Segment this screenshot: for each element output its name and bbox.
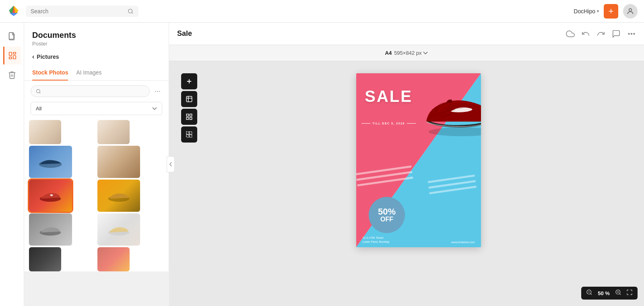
svg-rect-3 bbox=[9, 33, 13, 39]
zoom-bar: 50 % bbox=[581, 287, 638, 300]
add-button[interactable]: + bbox=[604, 4, 618, 19]
list-item[interactable] bbox=[29, 146, 72, 178]
sidebar-search-row: shoes ··· bbox=[24, 81, 169, 102]
thumb-content bbox=[29, 120, 61, 144]
thumb-content bbox=[97, 120, 130, 144]
zoom-out-button[interactable] bbox=[586, 289, 592, 297]
poster-container[interactable]: SALE TILL DEC 5, 2020 bbox=[356, 73, 481, 247]
dochipo-label: DocHipo bbox=[574, 8, 595, 14]
float-tools bbox=[181, 73, 197, 143]
select-tool[interactable] bbox=[181, 126, 197, 143]
list-item[interactable] bbox=[29, 247, 61, 271]
canvas-size-dropdown[interactable]: 595×842 px bbox=[394, 50, 428, 56]
cloud-save-icon[interactable] bbox=[566, 29, 575, 38]
poster-shoe-image bbox=[381, 82, 481, 204]
canvas-toolbar: Sale bbox=[169, 23, 644, 45]
svg-rect-25 bbox=[190, 135, 192, 137]
svg-point-14 bbox=[628, 33, 630, 34]
fit-icon bbox=[186, 95, 193, 103]
sidebar-back-button[interactable]: ‹ Pictures bbox=[24, 48, 169, 65]
poster: SALE TILL DEC 5, 2020 bbox=[356, 73, 481, 247]
sidebar-panel: Documents Poster ‹ Pictures Stock Photos… bbox=[24, 23, 169, 271]
sidebar-back-label: Pictures bbox=[37, 54, 59, 60]
file-icon bbox=[8, 32, 17, 41]
chevron-down-icon: ▾ bbox=[597, 9, 599, 13]
grid-tool[interactable] bbox=[181, 109, 197, 125]
zoom-in-icon bbox=[615, 289, 621, 296]
poster-footer: 12 2-4 RK Street Lower Parel, Bombay www… bbox=[363, 236, 475, 244]
trash-icon bbox=[8, 70, 17, 79]
svg-rect-18 bbox=[186, 114, 188, 116]
list-item[interactable] bbox=[97, 180, 140, 212]
search-icon bbox=[128, 8, 134, 14]
zoom-out-icon bbox=[586, 289, 592, 296]
sidebar-title: Documents bbox=[32, 31, 161, 40]
svg-rect-23 bbox=[190, 132, 192, 134]
iconbar-item-trash[interactable] bbox=[3, 66, 21, 84]
image-grid bbox=[24, 120, 169, 271]
list-item[interactable] bbox=[29, 120, 61, 144]
thumb-content bbox=[97, 247, 130, 271]
user-avatar[interactable] bbox=[623, 4, 638, 19]
list-item[interactable] bbox=[97, 213, 140, 246]
svg-rect-4 bbox=[9, 52, 12, 56]
thumb-content bbox=[29, 180, 72, 212]
canvas-area: Sale A4 595×842 px bbox=[169, 23, 644, 306]
list-item[interactable] bbox=[29, 180, 72, 212]
sidebar-search-box[interactable]: shoes bbox=[31, 85, 150, 97]
redo-icon[interactable] bbox=[597, 29, 605, 38]
svg-rect-20 bbox=[186, 118, 188, 120]
svg-rect-24 bbox=[186, 135, 189, 137]
add-icon: + bbox=[609, 6, 614, 17]
svg-rect-7 bbox=[9, 57, 12, 59]
fullscreen-icon bbox=[626, 289, 633, 296]
tab-stock-photos[interactable]: Stock Photos bbox=[32, 65, 68, 81]
icon-bar bbox=[0, 23, 24, 306]
svg-rect-22 bbox=[186, 132, 189, 134]
back-arrow-icon: ‹ bbox=[32, 53, 34, 60]
thumb-content bbox=[97, 146, 140, 178]
search-input[interactable] bbox=[31, 8, 124, 14]
sidebar-tabs: Stock Photos AI Images bbox=[24, 65, 169, 81]
list-item[interactable] bbox=[97, 146, 140, 178]
list-item[interactable] bbox=[97, 120, 130, 144]
canvas-workspace[interactable]: SALE TILL DEC 5, 2020 bbox=[169, 61, 644, 306]
iconbar-item-template[interactable] bbox=[3, 47, 21, 64]
sidebar-search-input[interactable]: shoes bbox=[43, 88, 144, 94]
zoom-in-button[interactable] bbox=[615, 289, 621, 297]
tab-ai-images[interactable]: AI Images bbox=[76, 65, 101, 81]
poster-website: www.footwear.com bbox=[451, 241, 475, 244]
document-title: Sale bbox=[177, 29, 192, 38]
thumb-content bbox=[97, 180, 140, 212]
app-logo[interactable] bbox=[6, 3, 21, 19]
list-item[interactable] bbox=[97, 247, 130, 271]
poster-addr-line1: 12 2-4 RK Street bbox=[363, 236, 390, 240]
svg-point-15 bbox=[631, 33, 632, 34]
zoom-value: 50 % bbox=[596, 290, 612, 296]
dochipo-menu[interactable]: DocHipo ▾ bbox=[574, 8, 599, 14]
top-nav: DocHipo ▾ + bbox=[0, 0, 644, 23]
undo-icon[interactable] bbox=[581, 29, 590, 38]
svg-point-26 bbox=[429, 127, 481, 136]
search-bar[interactable] bbox=[26, 6, 138, 17]
svg-rect-5 bbox=[13, 52, 16, 54]
grid-icon bbox=[186, 113, 193, 120]
more-options-icon[interactable] bbox=[627, 29, 636, 38]
zoom-in-tool[interactable] bbox=[181, 73, 197, 89]
iconbar-item-file[interactable] bbox=[3, 27, 21, 45]
canvas-size-bar: A4 595×842 px bbox=[169, 45, 644, 61]
poster-percent-text: 50% bbox=[378, 207, 396, 216]
fullscreen-button[interactable] bbox=[626, 289, 633, 297]
svg-point-2 bbox=[629, 8, 632, 11]
svg-point-16 bbox=[634, 33, 635, 34]
sidebar-collapse-button[interactable] bbox=[167, 156, 175, 172]
thumb-content bbox=[29, 247, 61, 271]
tab-ai-label: AI Images bbox=[76, 69, 101, 76]
comment-icon[interactable] bbox=[612, 29, 621, 38]
nike-shoe-svg bbox=[413, 78, 481, 139]
sidebar-more-button[interactable]: ··· bbox=[153, 85, 162, 97]
filter-select[interactable]: All Horizontal Vertical Square bbox=[31, 102, 162, 115]
sidebar-subtitle: Poster bbox=[32, 41, 161, 47]
fit-tool[interactable] bbox=[181, 91, 197, 107]
list-item[interactable] bbox=[29, 213, 72, 246]
